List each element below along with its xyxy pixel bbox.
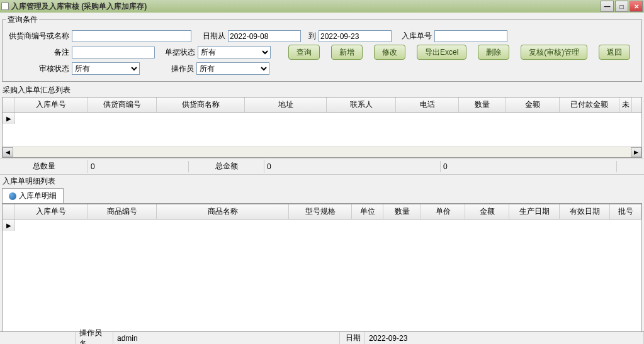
row-indicator-icon: ▶: [3, 113, 15, 124]
col-header[interactable]: 已付款金额: [560, 97, 619, 112]
col-header[interactable]: 地址: [245, 97, 327, 112]
col-header[interactable]: 商品编号: [88, 204, 157, 219]
statusbar: 操作员名 admin 日期 2022-09-23: [0, 331, 644, 344]
summary-grid-header: 入库单号 供货商编号 供货商名称 地址 联系人 电话 数量 金额 已付款金额 未: [3, 97, 641, 113]
date-to-label: 到: [303, 31, 316, 42]
add-button[interactable]: 新增: [331, 45, 363, 60]
modify-button[interactable]: 修改: [374, 45, 405, 60]
bill-status-label: 单据状态: [157, 47, 195, 58]
remark-label: 备注: [6, 47, 69, 58]
summary-hscroll[interactable]: ◀ ▶: [3, 147, 641, 157]
search-panel: 查询条件 供货商编号或名称 日期从 到 入库单号 备注 单据状态 所有 查询 新…: [2, 14, 642, 82]
col-header[interactable]: 电话: [396, 97, 459, 112]
col-header[interactable]: 批号: [610, 204, 641, 219]
total-qty-value: 0: [88, 161, 189, 172]
total-amt-label: 总金额: [189, 160, 264, 173]
delete-button[interactable]: 删除: [478, 45, 509, 60]
maximize-button[interactable]: □: [615, 1, 628, 12]
supplier-label: 供货商编号或名称: [6, 31, 69, 42]
col-header[interactable]: 单位: [352, 204, 383, 219]
audit-button[interactable]: 复核(审核)管理: [521, 45, 587, 60]
col-header[interactable]: 单价: [421, 204, 465, 219]
col-header[interactable]: 入库单号: [15, 204, 88, 219]
col-header[interactable]: 数量: [383, 204, 421, 219]
total-blank-value: 0: [441, 161, 617, 172]
back-button[interactable]: 返回: [599, 45, 630, 60]
close-button[interactable]: ✕: [630, 1, 643, 12]
col-header[interactable]: 入库单号: [15, 97, 88, 112]
total-amt-value: 0: [264, 161, 441, 172]
query-button[interactable]: 查询: [288, 45, 320, 60]
col-header[interactable]: 金额: [506, 97, 560, 112]
audit-status-label: 审核状态: [6, 64, 69, 74]
receipt-no-label: 入库单号: [394, 31, 432, 42]
remark-input[interactable]: [72, 47, 155, 58]
col-header[interactable]: 商品名称: [157, 204, 289, 219]
summary-title: 采购入库单汇总列表: [0, 84, 644, 97]
window-title: 入库管理及入库审核 (采购单入库加库存): [11, 1, 147, 12]
scroll-left-icon[interactable]: ◀: [3, 147, 13, 157]
app-icon: [1, 3, 9, 10]
scroll-right-icon[interactable]: ▶: [631, 147, 641, 157]
status-date-label: 日期: [340, 332, 365, 344]
date-from-input[interactable]: [228, 30, 301, 42]
summary-grid-body[interactable]: ▶: [3, 113, 641, 124]
detail-title: 入库单明细列表: [0, 175, 644, 188]
status-operator-label: 操作员名: [76, 332, 113, 344]
operator-select[interactable]: 所有: [196, 62, 269, 75]
supplier-input[interactable]: [72, 30, 191, 42]
export-button[interactable]: 导出Excel: [417, 45, 466, 60]
col-header[interactable]: 金额: [465, 204, 509, 219]
detail-grid-body[interactable]: ▶: [3, 219, 641, 231]
status-date-value: 2022-09-23: [365, 332, 644, 344]
col-header[interactable]: 供货商编号: [88, 97, 157, 112]
bill-status-select[interactable]: 所有: [198, 46, 271, 58]
minimize-button[interactable]: —: [601, 1, 614, 12]
total-qty-label: 总数量: [0, 160, 88, 173]
operator-label: 操作员: [142, 64, 194, 74]
audit-status-select[interactable]: 所有: [72, 62, 140, 75]
col-header[interactable]: 数量: [459, 97, 506, 112]
titlebar: 入库管理及入库审核 (采购单入库加库存) — □ ✕: [0, 0, 644, 13]
tab-label: 入库单明细: [19, 191, 57, 201]
detail-grid-header: 入库单号 商品编号 商品名称 型号规格 单位 数量 单价 金额 生产日期 有效日…: [3, 204, 641, 219]
col-header[interactable]: 联系人: [327, 97, 396, 112]
col-header[interactable]: 型号规格: [289, 204, 352, 219]
receipt-no-input[interactable]: [434, 30, 507, 42]
col-header[interactable]: 未: [619, 97, 632, 112]
status-operator-value: admin: [113, 332, 340, 344]
col-header[interactable]: 生产日期: [509, 204, 560, 219]
col-header[interactable]: 供货商名称: [157, 97, 245, 112]
search-legend: 查询条件: [6, 14, 39, 25]
row-indicator-icon: ▶: [3, 219, 15, 231]
tab-detail[interactable]: 入库单明细: [2, 188, 64, 203]
globe-icon: [9, 192, 16, 200]
date-from-label: 日期从: [194, 31, 225, 42]
totals-row: 总数量 0 总金额 0 0: [0, 158, 644, 175]
date-to-input[interactable]: [319, 30, 392, 42]
col-header[interactable]: 有效日期: [560, 204, 610, 219]
